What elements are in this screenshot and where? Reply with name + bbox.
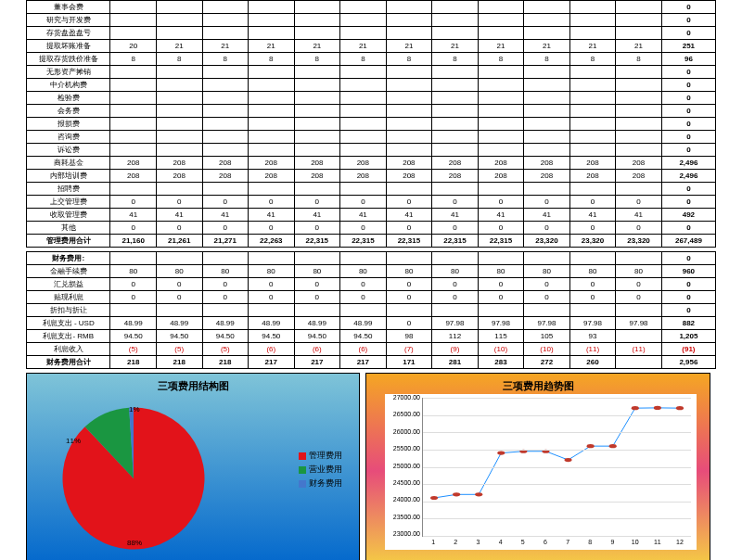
svg-point-11 [676,406,684,410]
svg-point-6 [564,458,571,462]
pie-title: 三项费用结构图 [27,379,359,393]
svg-point-7 [587,444,595,448]
pie-graphic [55,400,212,557]
plot-area [422,398,691,537]
pct-11: 11% [66,437,81,445]
pie-chart: 三项费用结构图 1% 11% 88% 管理费用营业费用财务费用 [26,373,360,560]
spreadsheet-table: 董事会费0研究与开发费0存货盘盈盘亏0提取坏账准备202121212121212… [26,0,716,248]
svg-point-0 [430,496,438,500]
svg-point-2 [475,492,482,496]
x-axis-labels: 123456789101112 [422,539,691,550]
pct-88: 88% [127,539,142,547]
pie-legend: 管理费用营业费用财务费用 [299,448,342,491]
svg-point-10 [654,406,661,410]
svg-point-1 [453,492,460,496]
y-axis-labels: 27000.0026500.0026000.0025500.0025000.00… [387,394,420,537]
line-title: 三项费用趋势图 [366,379,710,393]
finance-table: 财务费用:0 金融手续费808080808080808080808080960汇… [26,251,716,369]
svg-point-3 [497,452,505,455]
svg-point-8 [609,444,617,448]
pct-1: 1% [129,405,140,414]
svg-point-9 [632,406,639,410]
line-chart: 三项费用趋势图 27000.0026500.0026000.0025500.00… [365,373,710,560]
